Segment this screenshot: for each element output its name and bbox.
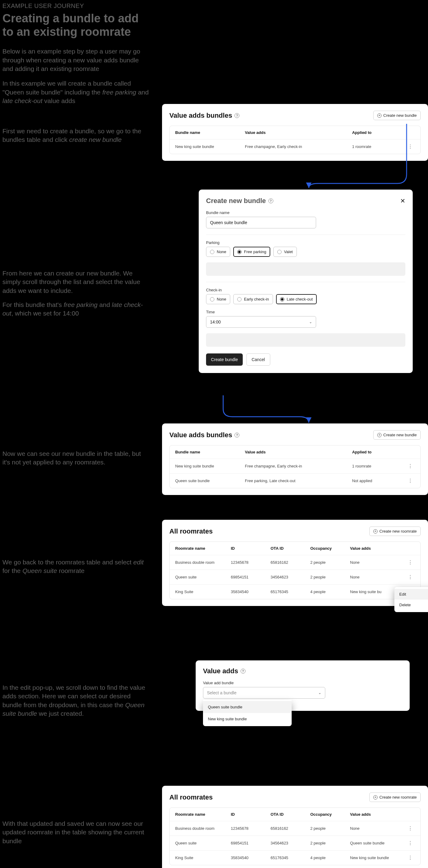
close-icon[interactable]: ✕ (400, 197, 405, 205)
placeholder-block (206, 262, 405, 276)
table-row: Business double room 12345678 65816162 2… (170, 555, 420, 569)
bundles-panel-2: Value adds bundles ? + Create new bundle… (162, 424, 428, 495)
checkin-label: Check-in (206, 288, 405, 292)
table-row: New king suite bundle Free champagne, Ea… (170, 139, 420, 154)
value-adds-section: Value adds ? Value add bundle Select a b… (196, 660, 410, 711)
caption-2: From here we can create our new bundle. … (2, 269, 149, 318)
roomrates-panel-1: All roomrates + Create new roomrate Room… (162, 520, 428, 606)
help-icon[interactable]: ? (235, 433, 239, 437)
table-row: King Suite 35834540 65176345 4 people Ne… (170, 850, 420, 865)
table-row: King Suite 35834540 65176345 4 people Ne… (170, 584, 420, 599)
table-row: Queen suite 69854151 34564623 2 people Q… (170, 836, 420, 850)
create-bundle-button[interactable]: + Create new bundle (373, 111, 421, 120)
roomrates-panel-2: All roomrates + Create new roomrate Room… (162, 786, 428, 868)
create-bundle-button[interactable]: + Create new bundle (373, 430, 421, 440)
dropdown-option[interactable]: Queen suite bundle (203, 701, 292, 713)
roomrates-table: Roomrate name ID OTA ID Occupancy Value … (170, 807, 421, 865)
time-label: Time (206, 310, 405, 314)
row-menu: Edit Delete (394, 587, 428, 612)
table-row: Queen suite 69854151 34564623 2 people N… (170, 569, 420, 584)
row-menu-icon[interactable]: ⋮ (406, 559, 415, 565)
create-bundle-modal: Create new bundle ? ✕ Bundle name Parkin… (199, 190, 413, 373)
intro-2: In this example we will create a bundle … (2, 79, 149, 105)
row-menu-icon[interactable]: ⋮ (406, 144, 415, 150)
bundle-dropdown: Queen suite bundle New king suite bundle (203, 700, 292, 726)
caption-3: Now we can see our new bundle in the tab… (2, 450, 149, 467)
row-menu-icon[interactable]: ⋮ (406, 840, 415, 846)
parking-valet[interactable]: Valet (273, 247, 297, 257)
plus-icon: + (373, 795, 377, 800)
parking-none[interactable]: None (206, 247, 230, 257)
help-icon[interactable]: ? (268, 198, 273, 203)
roomrates-table: Roomrate name ID OTA ID Occupancy Value … (170, 541, 421, 599)
create-bundle-submit[interactable]: Create bundle (206, 353, 243, 366)
plus-icon: + (377, 433, 381, 437)
checkin-radio-group: None Early check-in Late check-out (206, 294, 405, 304)
value-add-bundle-select[interactable]: Select a bundle ⌄ (203, 687, 325, 699)
panel-title: All roomrates (170, 527, 213, 535)
intro-1: Below is an example step by step a user … (2, 47, 149, 73)
time-select[interactable]: 14:00 ⌄ (206, 316, 316, 328)
panel-title: Value adds bundles ? (170, 431, 239, 439)
create-roomrate-button[interactable]: + Create new roomrate (369, 526, 421, 536)
parking-free[interactable]: Free parking (233, 247, 270, 257)
eyebrow: EXAMPLE USER JOURNEY (2, 2, 149, 9)
panel-title: All roomrates (170, 794, 213, 801)
col-applied: Applied to (352, 130, 406, 135)
bundle-name-label: Bundle name (206, 210, 405, 215)
menu-delete[interactable]: Delete (394, 599, 428, 610)
create-roomrate-button[interactable]: + Create new roomrate (369, 793, 421, 802)
chevron-down-icon: ⌄ (318, 691, 321, 695)
panel-title: Value adds bundles ? (170, 112, 239, 120)
caption-5: In the edit pop-up, we scroll down to fi… (2, 683, 149, 718)
plus-icon: + (373, 529, 377, 533)
chevron-down-icon: ⌄ (309, 320, 312, 324)
dropdown-option[interactable]: New king suite bundle (203, 713, 292, 725)
parking-radio-group: None Free parking Valet (206, 247, 405, 257)
caption-4: We go back to the roomrates table and se… (2, 558, 149, 576)
table-row: Business double room 12345678 65816162 2… (170, 821, 420, 836)
menu-edit[interactable]: Edit (394, 589, 428, 599)
value-add-bundle-label: Value add bundle (203, 681, 402, 685)
col-name: Bundle name (175, 130, 245, 135)
row-menu-icon[interactable]: ⋮ (406, 826, 415, 831)
table-row: New king suite bundle Free champagne, Ea… (170, 459, 420, 473)
checkin-none[interactable]: None (206, 294, 230, 304)
cancel-button[interactable]: Cancel (246, 353, 270, 366)
row-menu-icon[interactable]: ⋮ (406, 855, 415, 861)
bundles-panel-1: Value adds bundles ? + Create new bundle… (162, 104, 428, 161)
bundle-name-input[interactable] (206, 217, 316, 228)
plus-icon: + (377, 114, 381, 118)
col-adds: Value adds (245, 130, 352, 135)
row-menu-icon[interactable]: ⋮ (406, 463, 415, 469)
help-icon[interactable]: ? (241, 669, 245, 674)
caption-1: First we need to create a bundle, so we … (2, 127, 149, 144)
page-title: Creating a bundle to add to an existing … (2, 12, 149, 38)
bundles-table: Bundle name Value adds Applied to New ki… (170, 445, 421, 488)
checkin-early[interactable]: Early check-in (233, 294, 273, 304)
parking-label: Parking (206, 240, 405, 245)
table-row: Queen suite bundle Free parking, Late ch… (170, 473, 420, 488)
caption-6: With that updated and saved we can now s… (2, 819, 149, 845)
modal-title: Create new bundle ? (206, 197, 273, 205)
row-menu-icon[interactable]: ⋮ (406, 574, 415, 580)
help-icon[interactable]: ? (235, 113, 239, 118)
panel-title: Value adds ? (203, 667, 402, 675)
placeholder-block (206, 333, 405, 347)
checkin-late[interactable]: Late check-out (276, 294, 317, 304)
bundles-table: Bundle name Value adds Applied to New ki… (170, 126, 421, 154)
row-menu-icon[interactable]: ⋮ (406, 478, 415, 484)
